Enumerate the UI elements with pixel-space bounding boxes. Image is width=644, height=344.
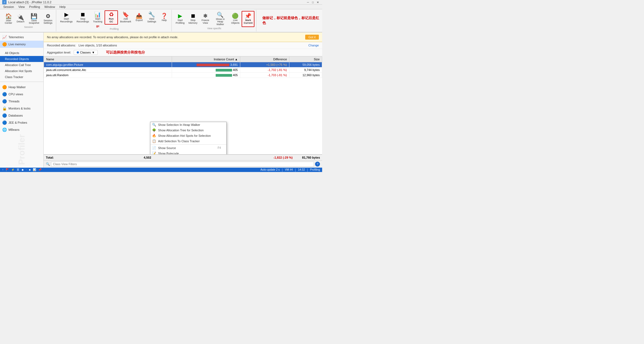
help-icon: ❓ <box>161 13 168 19</box>
aggregation-annotation: 可以选择按类分和按包分 <box>106 50 145 55</box>
warning-text: No array allocations are recorded. To re… <box>47 35 178 39</box>
stop-memory-label: StopMemory <box>189 19 198 25</box>
threads-icon: 🔵 <box>2 99 7 103</box>
table-container: Name Instance Count ▲ Difference Size co… <box>44 56 322 154</box>
sidebar-item-cpu-views[interactable]: 🔵 CPU views <box>0 91 43 98</box>
stop-memory-icon: ⏹ <box>190 13 196 19</box>
cell-count-0: 3,691 <box>172 62 240 67</box>
sidebar-item-threads[interactable]: 🔵 Threads <box>0 98 43 105</box>
ctx-show-heap[interactable]: 🔍 Show Selection In Heap Walker <box>150 122 226 127</box>
sidebar-item-databases[interactable]: 🔵 Databases <box>0 112 43 119</box>
cpu-views-icon: 🔵 <box>2 92 7 96</box>
maximize-button[interactable]: □ <box>311 0 315 4</box>
run-gc-icon: ♻ <box>109 12 114 17</box>
start-profiling-label: StartProfiling <box>176 19 185 25</box>
start-recordings-label: StartRecordings <box>60 18 73 23</box>
class-tracker-icon: 📋 <box>152 139 156 143</box>
profiling-group-label: Profiling <box>58 28 170 31</box>
stop-recordings-icon: ⏹ <box>80 12 85 17</box>
session-settings-label: SessionSettings <box>44 19 53 25</box>
ctx-show-alloc-tree[interactable]: 🌳 Show Allocation Tree for Selection <box>150 127 226 133</box>
source-icon: 📄 <box>152 146 156 150</box>
sidebar-section-top: 📈 Telemetries 🟠 Live memory <box>0 32 43 49</box>
col-header-size: Size <box>289 56 322 62</box>
detach-button[interactable]: 🔌 Detach <box>15 12 26 26</box>
got-it-button[interactable]: Got it <box>305 35 319 40</box>
sidebar-item-all-objects[interactable]: All Objects <box>0 50 43 56</box>
status-pin-icon: 📌 <box>38 168 41 171</box>
status-arrow-icon: ↑ <box>2 168 4 171</box>
bytecode-icon: 📝 <box>152 152 156 154</box>
ctx-show-source[interactable]: 📄 Show Source F4 <box>150 145 226 151</box>
total-count: 4,502 <box>120 156 175 159</box>
gc-sublabel: gc <box>96 25 99 28</box>
close-button[interactable]: ✕ <box>316 0 320 4</box>
menu-help[interactable]: Help <box>57 5 68 9</box>
sidebar-item-recorded-objects[interactable]: Recorded Objects <box>0 56 43 62</box>
menu-profiling[interactable]: Profiling <box>27 5 42 9</box>
app-icon: J <box>2 0 7 4</box>
cell-diff-2: -1,703 (-81 %) <box>240 72 289 78</box>
classes-dot <box>77 51 79 54</box>
help-button[interactable]: ❓ Help <box>158 10 170 25</box>
sidebar-item-allocation-hot-spots[interactable]: Allocation Hot Spots <box>0 68 43 74</box>
sidebar-item-jee-probes[interactable]: 🔵 JEE & Probes <box>0 119 43 126</box>
minimize-button[interactable]: ─ <box>306 0 310 4</box>
sidebar-item-heap-walker[interactable]: 🟠 Heap Walker <box>0 84 43 91</box>
context-menu: 🔍 Show Selection In Heap Walker 🌳 Show A… <box>150 122 227 154</box>
start-center-button[interactable]: 🏠 StartCenter <box>3 12 14 26</box>
title-bar: J Local attach [3] - JProfiler 11.0.2 ─ … <box>0 0 322 5</box>
change-link[interactable]: Change <box>308 44 319 47</box>
start-tracking-icon: 📊 <box>94 12 101 17</box>
sidebar-item-mbeans[interactable]: 🌐 MBeans <box>0 126 43 133</box>
ctx-add-class-tracker[interactable]: 📋 Add Selection To Class Tracker <box>150 138 226 144</box>
cell-name-0: com.atguigu.jprofiler.Picture <box>44 62 172 67</box>
toolbar-group-session: 🏠 StartCenter 🔌 Detach 💾 SaveSnapshot <box>1 10 56 31</box>
classes-button[interactable]: Classes ▼ <box>74 50 98 55</box>
sidebar-item-class-tracker[interactable]: Class Tracker <box>0 74 43 80</box>
sidebar-item-live-memory[interactable]: 🟠 Live memory <box>0 41 43 48</box>
alloc-tree-icon: 🌳 <box>152 128 156 132</box>
export-button[interactable]: 📤 Export <box>133 10 145 25</box>
save-snapshot-icon: 💾 <box>31 13 37 19</box>
sidebar-item-telemetries[interactable]: 📈 Telemetries <box>0 34 43 41</box>
show-in-heap-walker-label: Show InHeap Walker <box>213 18 227 26</box>
start-center-icon: 🏠 <box>5 13 12 19</box>
search-icon: 🔍 <box>46 162 50 166</box>
freeze-view-button[interactable]: ❄ FreezeView <box>200 11 211 27</box>
start-tracking-label: StartTracking <box>93 18 102 23</box>
table-row[interactable]: java.util.Random 405 -1,703 (-81 %) 12,9… <box>44 72 322 78</box>
mark-current-label: MarkCurrent <box>244 19 253 25</box>
table-row[interactable]: java.util.concurrent.atomic.Atc 405 -1,7… <box>44 67 322 72</box>
add-bookmark-button[interactable]: 🔖 AddBookmark <box>118 10 133 25</box>
stop-memory-button[interactable]: ⏹ StopMemory <box>187 11 199 27</box>
col-header-instance-count: Instance Count ▲ <box>172 56 240 62</box>
table-row[interactable]: com.atguigu.jprofiler.Picture 3,691 +1,5… <box>44 62 322 67</box>
export-label: Export <box>136 19 143 22</box>
status-auto-update: Auto-update 2 s <box>260 168 280 171</box>
class-view-filter-input[interactable] <box>51 162 314 167</box>
start-profiling-button[interactable]: ▶ StartProfiling <box>174 11 186 27</box>
live-objects-button[interactable]: 🟢 LiveObjects <box>229 11 241 27</box>
filter-help-button[interactable]: ? <box>315 162 320 167</box>
session-settings-button[interactable]: ⚙ SessionSettings <box>42 12 55 26</box>
sidebar-item-allocation-call-tree[interactable]: Allocation Call Tree <box>0 62 43 68</box>
run-gc-button[interactable]: ♻ Run GC <box>105 10 118 25</box>
sidebar-item-monitors-locks[interactable]: 🔒 Monitors & locks <box>0 105 43 112</box>
cell-size-1: 9,744 bytes <box>289 67 322 72</box>
mark-current-button[interactable]: 📌 MarkCurrent <box>242 11 254 27</box>
view-settings-toolbar-button[interactable]: 🔧 ViewSettings <box>146 10 158 25</box>
menu-session[interactable]: Session <box>1 5 16 9</box>
menu-window[interactable]: Window <box>42 5 57 9</box>
start-recordings-button[interactable]: ▶ StartRecordings <box>58 10 74 25</box>
ctx-show-alloc-hotspots[interactable]: 🔥 Show Allocation Hot Spots for Selectio… <box>150 133 226 138</box>
dropdown-arrow-icon: ▼ <box>92 51 95 54</box>
show-in-heap-walker-button[interactable]: 🔍 Show InHeap Walker <box>212 11 229 27</box>
status-lang: 英 <box>17 168 19 172</box>
menu-view[interactable]: View <box>16 5 27 9</box>
total-label: Total: <box>46 156 120 159</box>
stop-recordings-button[interactable]: ⏹ StopRecordings <box>75 10 91 25</box>
start-tracking-button[interactable]: 📊 StartTracking <box>91 10 104 25</box>
ctx-show-bytecode[interactable]: 📝 Show Bytecode <box>150 151 226 154</box>
save-snapshot-button[interactable]: 💾 SaveSnapshot <box>27 12 41 26</box>
